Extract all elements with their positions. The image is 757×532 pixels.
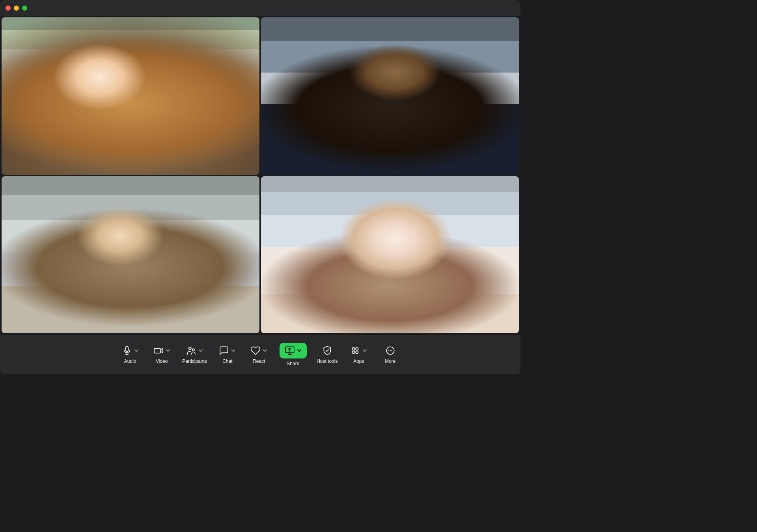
heart-icon <box>250 345 261 356</box>
audio-chevron-icon[interactable] <box>134 348 139 353</box>
participant-video-4 <box>261 176 519 334</box>
toolbar-apps[interactable]: Apps <box>343 342 375 367</box>
toolbar-react[interactable]: React <box>243 342 275 367</box>
more-icon-group <box>385 345 396 356</box>
toolbar-host-tools[interactable]: Host tools <box>311 342 343 367</box>
svg-rect-3 <box>154 349 160 353</box>
svg-point-16 <box>392 350 392 351</box>
participant-video-3 <box>2 176 259 334</box>
toolbar-participants[interactable]: Participants <box>177 342 212 367</box>
apps-chevron-icon[interactable] <box>362 348 367 353</box>
participants-icon <box>186 345 197 356</box>
participants-icon-group <box>186 345 203 356</box>
svg-point-11 <box>352 351 355 354</box>
minimize-button[interactable] <box>14 6 19 11</box>
titlebar <box>0 0 520 16</box>
chat-icon <box>218 345 229 356</box>
video-chevron-icon[interactable] <box>165 348 171 353</box>
apps-icon-group <box>350 345 367 356</box>
participants-chevron-icon[interactable] <box>198 348 203 353</box>
mic-icon <box>121 345 132 356</box>
participant-video-2 <box>261 17 519 175</box>
react-label: React <box>253 358 265 364</box>
react-chevron-icon[interactable] <box>262 348 268 353</box>
host-tools-label: Host tools <box>317 358 337 364</box>
toolbar-chat[interactable]: Chat <box>212 342 243 367</box>
shield-icon <box>322 345 333 356</box>
chat-chevron-icon[interactable] <box>231 348 236 353</box>
react-icon-group <box>250 345 268 356</box>
svg-point-9 <box>352 347 355 350</box>
share-button-bg <box>280 343 307 358</box>
audio-icon-group <box>121 345 139 356</box>
audio-label: Audio <box>124 358 136 364</box>
video-grid <box>0 16 520 335</box>
share-icon-group <box>280 343 307 358</box>
more-label: More <box>385 358 395 364</box>
video-label: Video <box>156 358 168 364</box>
svg-point-15 <box>390 350 391 351</box>
host-tools-icon-group <box>322 345 333 356</box>
traffic-lights <box>6 6 27 11</box>
participant-video-1 <box>2 17 259 175</box>
chat-icon-group <box>218 345 236 356</box>
svg-point-5 <box>192 349 194 351</box>
share-label: Share <box>287 361 299 366</box>
svg-point-10 <box>356 347 358 350</box>
toolbar-video[interactable]: Video <box>146 342 177 367</box>
apps-icon <box>350 345 361 356</box>
participants-label: Participants <box>182 358 207 364</box>
svg-point-12 <box>356 351 358 354</box>
maximize-button[interactable] <box>22 6 27 11</box>
share-screen-icon <box>284 345 295 356</box>
toolbar: Audio Video Participants <box>0 335 520 374</box>
close-button[interactable] <box>6 6 11 11</box>
share-chevron-icon[interactable] <box>296 348 302 353</box>
toolbar-more[interactable]: More <box>375 342 406 367</box>
toolbar-audio[interactable]: Audio <box>114 342 146 367</box>
svg-rect-0 <box>125 346 128 351</box>
video-icon <box>153 345 164 356</box>
svg-point-14 <box>388 350 389 351</box>
toolbar-share[interactable]: Share <box>275 340 311 370</box>
video-icon-group <box>153 345 171 356</box>
svg-point-4 <box>188 347 191 350</box>
chat-label: Chat <box>222 358 232 364</box>
more-icon <box>385 345 396 356</box>
apps-label: Apps <box>353 358 364 364</box>
